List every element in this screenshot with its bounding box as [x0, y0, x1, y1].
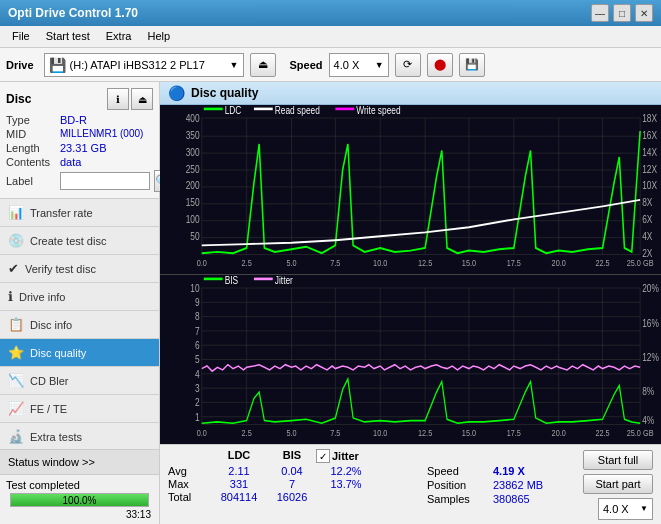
svg-text:22.5: 22.5 — [595, 428, 610, 438]
content-area: 🔵 Disc quality — [160, 82, 661, 524]
speed-select[interactable]: 4.0 X ▼ — [329, 53, 389, 77]
svg-text:10: 10 — [190, 282, 199, 294]
svg-text:8X: 8X — [642, 196, 653, 208]
svg-text:20.0: 20.0 — [552, 428, 567, 438]
start-part-button[interactable]: Start part — [583, 474, 653, 494]
status-window-btn[interactable]: Status window >> — [0, 450, 159, 475]
stats-header: LDC BIS ✓ Jitter — [168, 449, 421, 463]
nav-extra-tests[interactable]: 🔬 Extra tests — [0, 423, 159, 449]
speed-dropdown-chevron: ▼ — [640, 504, 648, 513]
save-button[interactable]: 💾 — [459, 53, 485, 77]
menu-help[interactable]: Help — [139, 28, 178, 45]
position-key: Position — [427, 479, 487, 491]
svg-text:17.5: 17.5 — [507, 258, 522, 268]
svg-text:25.0 GB: 25.0 GB — [627, 428, 654, 438]
svg-text:0.0: 0.0 — [197, 258, 208, 268]
samples-row: Samples 380865 — [427, 493, 577, 505]
status-window-label: Status window >> — [8, 456, 95, 468]
svg-text:7.5: 7.5 — [330, 258, 341, 268]
nav-create-test-disc[interactable]: 💿 Create test disc — [0, 227, 159, 255]
main-layout: Disc ℹ ⏏ Type BD-R MID MILLENMR1 (000) L… — [0, 82, 661, 524]
drive-label: Drive — [6, 59, 34, 71]
svg-text:4X: 4X — [642, 230, 653, 242]
svg-text:5.0: 5.0 — [286, 258, 297, 268]
max-jitter: 13.7% — [316, 478, 376, 490]
svg-text:6: 6 — [195, 339, 200, 351]
total-bis: 16026 — [268, 491, 316, 503]
svg-text:16%: 16% — [642, 317, 659, 329]
disc-panel-header: Disc ℹ ⏏ — [6, 88, 153, 110]
nav-disc-quality[interactable]: ⭐ Disc quality — [0, 339, 159, 367]
total-ldc: 804114 — [210, 491, 268, 503]
eject-button[interactable]: ⏏ — [250, 53, 276, 77]
disc-eject-button[interactable]: ⏏ — [131, 88, 153, 110]
svg-text:3: 3 — [195, 382, 200, 394]
top-chart-svg: 400 350 300 250 200 150 100 50 18X 16X 1… — [160, 105, 661, 274]
nav-transfer-rate-label: Transfer rate — [30, 207, 93, 219]
sidebar-status: Status window >> Test completed 100.0% 3… — [0, 449, 159, 524]
maximize-button[interactable]: □ — [613, 4, 631, 22]
svg-rect-49 — [204, 108, 223, 111]
samples-val: 380865 — [493, 493, 530, 505]
disc-mid-key: MID — [6, 128, 56, 140]
position-row: Position 23862 MB — [427, 479, 577, 491]
disc-mid-row: MID MILLENMR1 (000) — [6, 128, 153, 140]
nav-transfer-rate[interactable]: 📊 Transfer rate — [0, 199, 159, 227]
svg-rect-104 — [204, 278, 223, 281]
quality-title: Disc quality — [191, 86, 258, 100]
nav-verify-test-disc[interactable]: ✔ Verify test disc — [0, 255, 159, 283]
svg-text:2.5: 2.5 — [242, 258, 253, 268]
speed-row: Speed 4.19 X — [427, 465, 577, 477]
svg-text:18X: 18X — [642, 112, 657, 124]
transfer-rate-icon: 📊 — [8, 205, 24, 220]
start-full-button[interactable]: Start full — [583, 450, 653, 470]
svg-text:10.0: 10.0 — [373, 258, 388, 268]
nav-cd-bler[interactable]: 📉 CD Bler — [0, 367, 159, 395]
stats-spacer — [168, 449, 210, 463]
menu-start-test[interactable]: Start test — [38, 28, 98, 45]
nav-fe-te-label: FE / TE — [30, 403, 67, 415]
position-val: 23862 MB — [493, 479, 543, 491]
bottom-chart-svg: 10 9 8 7 6 5 4 3 2 1 20% 16% — [160, 275, 661, 444]
speed-dropdown[interactable]: 4.0 X ▼ — [598, 498, 653, 520]
svg-text:2.5: 2.5 — [242, 428, 253, 438]
bis-col-header: BIS — [268, 449, 316, 463]
nav-verify-test-disc-label: Verify test disc — [25, 263, 96, 275]
disc-contents-val: data — [60, 156, 81, 168]
sidebar-nav: 📊 Transfer rate 💿 Create test disc ✔ Ver… — [0, 199, 159, 449]
svg-text:50: 50 — [190, 230, 199, 242]
nav-disc-info[interactable]: 📋 Disc info — [0, 311, 159, 339]
disc-label-input[interactable] — [60, 172, 150, 190]
svg-text:150: 150 — [186, 196, 200, 208]
svg-text:200: 200 — [186, 180, 200, 192]
nav-disc-info-label: Disc info — [30, 319, 72, 331]
max-bis: 7 — [268, 478, 316, 490]
menu-file[interactable]: File — [4, 28, 38, 45]
sidebar: Disc ℹ ⏏ Type BD-R MID MILLENMR1 (000) L… — [0, 82, 160, 524]
refresh-button[interactable]: ⟳ — [395, 53, 421, 77]
elapsed-time: 33:13 — [6, 509, 153, 520]
stats-avg-row: Avg 2.11 0.04 12.2% — [168, 465, 421, 477]
nav-extra-tests-label: Extra tests — [30, 431, 82, 443]
progress-text: 100.0% — [11, 494, 148, 508]
disc-length-key: Length — [6, 142, 56, 154]
svg-text:100: 100 — [186, 213, 200, 225]
svg-text:1: 1 — [195, 411, 200, 423]
minimize-button[interactable]: — — [591, 4, 609, 22]
svg-text:14X: 14X — [642, 146, 657, 158]
drive-dropdown-arrow: ▼ — [230, 60, 239, 70]
drive-select[interactable]: 💾 (H:) ATAPI iHBS312 2 PL17 ▼ — [44, 53, 244, 77]
verify-test-disc-icon: ✔ — [8, 261, 19, 276]
nav-drive-info[interactable]: ℹ Drive info — [0, 283, 159, 311]
fe-te-icon: 📈 — [8, 401, 24, 416]
record-button[interactable]: ⬤ — [427, 53, 453, 77]
menu-extra[interactable]: Extra — [98, 28, 140, 45]
close-button[interactable]: ✕ — [635, 4, 653, 22]
svg-text:10X: 10X — [642, 180, 657, 192]
disc-info-icon: ℹ — [107, 88, 129, 110]
nav-fe-te[interactable]: 📈 FE / TE — [0, 395, 159, 423]
cd-bler-icon: 📉 — [8, 373, 24, 388]
svg-text:17.5: 17.5 — [507, 428, 522, 438]
jitter-checkbox[interactable]: ✓ — [316, 449, 330, 463]
svg-text:5.0: 5.0 — [286, 428, 297, 438]
